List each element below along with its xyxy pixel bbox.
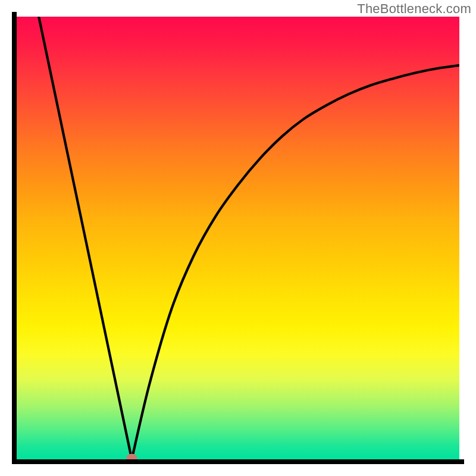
bottleneck-curve <box>39 17 459 459</box>
watermark-text: TheBottleneck.com <box>357 1 471 17</box>
y-axis <box>12 12 17 464</box>
x-axis <box>12 459 464 464</box>
plot-area <box>17 17 459 459</box>
minimum-marker <box>126 454 137 460</box>
chart-container: TheBottleneck.com <box>0 0 476 476</box>
curve-layer <box>17 17 459 459</box>
